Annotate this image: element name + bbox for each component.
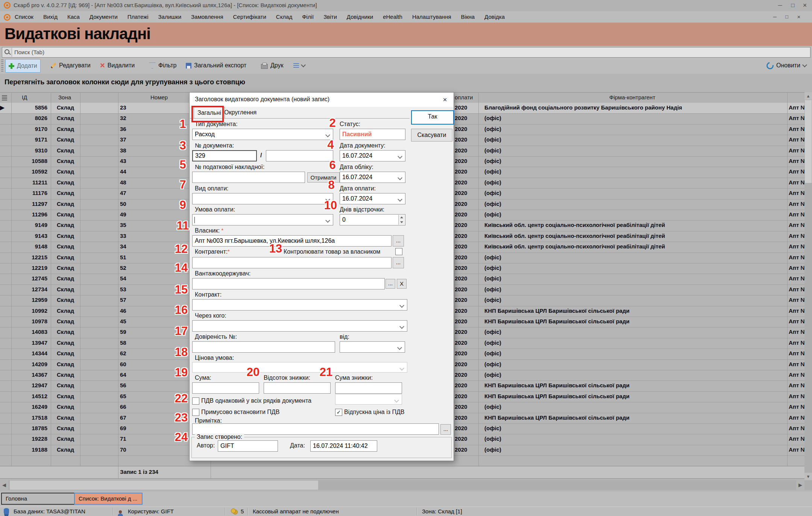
col-header-firm[interactable]: Фірма-контрагент bbox=[609, 94, 655, 100]
menu-item-3[interactable]: Документи bbox=[90, 11, 118, 23]
col-header-number[interactable]: Номер bbox=[150, 94, 168, 100]
printer-icon bbox=[261, 64, 268, 69]
proxy-from-select[interactable] bbox=[340, 341, 405, 353]
tax-invoice-input[interactable] bbox=[192, 172, 305, 183]
cell-pharmacy: Апт №0 bbox=[789, 361, 804, 367]
contragent-input[interactable] bbox=[192, 257, 392, 268]
contragent-browse-button[interactable]: ... bbox=[393, 257, 404, 268]
menu-item-6[interactable]: Замовлення bbox=[191, 11, 223, 23]
menu-item-1[interactable]: Вихід bbox=[43, 11, 58, 23]
ok-button[interactable]: Так bbox=[411, 110, 454, 125]
payment-kind-select[interactable] bbox=[192, 193, 333, 204]
menu-item-12[interactable]: eHealth bbox=[383, 11, 402, 23]
maximize-button[interactable]: □ bbox=[787, 1, 798, 10]
tab-home[interactable]: Головна bbox=[1, 493, 77, 505]
pay-date-select[interactable]: 16.07.2024 bbox=[340, 193, 405, 204]
doc-type-select[interactable]: Расход bbox=[192, 129, 333, 140]
mdi-minimize-icon[interactable]: ─ bbox=[769, 12, 780, 21]
cell-id: 8026 bbox=[11, 115, 47, 121]
mdi-close-icon[interactable]: × bbox=[793, 12, 804, 21]
print-button[interactable]: Друк bbox=[258, 59, 287, 72]
add-button[interactable]: Додати bbox=[5, 59, 41, 73]
cell-pharmacy: Апт №0 bbox=[789, 168, 804, 175]
menu-item-0[interactable]: Список bbox=[15, 11, 33, 23]
consignee-input[interactable] bbox=[192, 278, 385, 289]
vertical-scroll-thumb[interactable] bbox=[805, 100, 812, 183]
status-user: Користувач: GIFT bbox=[128, 508, 174, 514]
menu-item-4[interactable]: Платежі bbox=[127, 11, 149, 23]
edit-button[interactable]: Редагувати bbox=[47, 59, 94, 72]
annotation-badge-17: 17 bbox=[175, 324, 188, 338]
discount-sum-input[interactable] bbox=[335, 382, 402, 394]
owner-input[interactable]: Апт №003 пгт.Барышевка, ул.Киевский шлях… bbox=[192, 235, 392, 247]
mdi-restore-icon[interactable]: □ bbox=[781, 12, 792, 21]
spinner-arrows-icon[interactable] bbox=[398, 215, 405, 225]
refresh-button[interactable]: Оновити bbox=[763, 59, 809, 72]
cell-id: 19228 bbox=[11, 435, 47, 442]
acc-date-select[interactable]: 16.07.2024 bbox=[340, 172, 405, 183]
sum-input[interactable] bbox=[192, 382, 259, 394]
menu-item-5[interactable]: Залишки bbox=[158, 11, 182, 23]
export-button[interactable]: Загальний експорт bbox=[183, 59, 249, 72]
proxy-no-input[interactable] bbox=[192, 341, 335, 353]
annotation-badge-21: 21 bbox=[320, 365, 332, 379]
delete-button[interactable]: × Видалити bbox=[97, 59, 138, 72]
menu-item-9[interactable]: Філії bbox=[302, 11, 314, 23]
col-header-id[interactable]: ІД bbox=[22, 94, 27, 100]
cell-id: 10588 bbox=[11, 158, 47, 164]
annotation-badge-5: 5 bbox=[179, 158, 186, 172]
vertical-scrollbar[interactable]: ▲ ▼ bbox=[804, 92, 812, 480]
scroll-left-icon[interactable]: ◀ bbox=[0, 480, 8, 490]
consignee-clear-button[interactable]: X bbox=[397, 279, 407, 289]
scroll-down-icon[interactable]: ▼ bbox=[804, 473, 812, 480]
vat-force-checkbox[interactable] bbox=[192, 409, 199, 416]
via-whom-select[interactable] bbox=[192, 320, 407, 332]
cell-payment: 2020 bbox=[455, 286, 477, 292]
status-value: Пасивний bbox=[340, 129, 405, 140]
control-by-owner-checkbox[interactable] bbox=[395, 248, 402, 255]
menu-item-2[interactable]: Каса bbox=[67, 11, 80, 23]
discount-percent-input[interactable] bbox=[264, 382, 331, 394]
get-tax-no-button[interactable]: Отримати bbox=[307, 172, 340, 183]
dialog-close-icon[interactable]: × bbox=[440, 95, 450, 105]
col-header-zone[interactable]: Зона bbox=[58, 94, 71, 100]
menu-item-11[interactable]: Довідники bbox=[347, 11, 373, 23]
cell-firm: Київський обл. центр соціально-психологі… bbox=[484, 222, 783, 228]
col-header-payment[interactable]: оплати bbox=[455, 94, 473, 100]
toolbar-grip[interactable] bbox=[1, 59, 3, 72]
delay-days-stepper[interactable]: 0 bbox=[340, 214, 405, 225]
cell-firm: (офіс) bbox=[484, 350, 783, 356]
created-date-label: Дата: bbox=[290, 442, 305, 449]
menu-item-8[interactable]: Склад bbox=[276, 11, 292, 23]
note-input[interactable] bbox=[192, 423, 439, 435]
filter-button[interactable]: Фільтр bbox=[146, 59, 179, 72]
horizontal-scroll-thumb[interactable] bbox=[10, 481, 318, 490]
menu-item-7[interactable]: Сертифікати bbox=[233, 11, 266, 23]
search-input[interactable]: Поиск (Tab) bbox=[2, 47, 810, 58]
owner-browse-button[interactable]: ... bbox=[393, 235, 404, 247]
menu-item-13[interactable]: Налаштування bbox=[412, 11, 451, 23]
vat-price-checkbox[interactable]: ✓ bbox=[335, 409, 342, 416]
contract-select[interactable] bbox=[192, 299, 407, 311]
scroll-up-icon[interactable]: ▲ bbox=[804, 92, 812, 100]
minimize-button[interactable]: ─ bbox=[774, 1, 786, 10]
cancel-button[interactable]: Скасувати bbox=[411, 129, 452, 142]
consignee-browse-button[interactable]: ... bbox=[386, 279, 395, 289]
scroll-right-icon[interactable]: ▶ bbox=[796, 480, 804, 490]
tab-documents-list[interactable]: Список: Видаткові д ... bbox=[74, 493, 143, 505]
note-browse-button[interactable]: ... bbox=[440, 424, 451, 435]
close-button[interactable]: × bbox=[799, 1, 810, 10]
view-options-button[interactable] bbox=[290, 59, 308, 72]
menu-item-14[interactable]: Вікна bbox=[461, 11, 475, 23]
doc-no-suffix-input[interactable] bbox=[266, 150, 333, 161]
tab-rounding[interactable]: Округлення bbox=[221, 107, 260, 118]
menu-item-15[interactable]: Довідка bbox=[484, 11, 505, 23]
cell-zone: Склад bbox=[51, 179, 80, 186]
vat-same-checkbox[interactable] bbox=[192, 397, 199, 405]
doc-date-select[interactable]: 16.07.2024 bbox=[340, 150, 405, 161]
doc-no-input[interactable]: 329 bbox=[192, 150, 257, 161]
payment-condition-select[interactable] bbox=[192, 214, 333, 225]
cell-payment: 2020 bbox=[455, 126, 477, 132]
menu-item-10[interactable]: Звіти bbox=[323, 11, 337, 23]
horizontal-scrollbar[interactable]: ◀ ▶ bbox=[0, 480, 812, 490]
